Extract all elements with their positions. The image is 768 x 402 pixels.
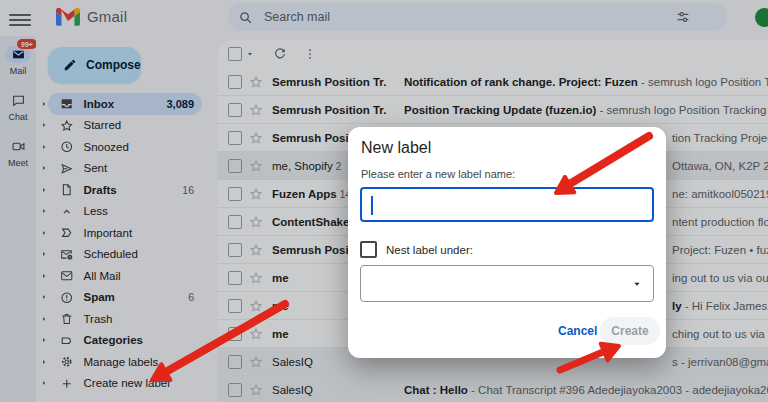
text-cursor [371,196,373,215]
label-name-input[interactable] [360,187,654,222]
nest-label-text: Nest label under: [386,244,473,256]
new-label-dialog: New label Please enter a new label name:… [348,127,666,358]
select-caret-icon [631,278,643,290]
nest-label-row: Nest label under: [360,241,473,258]
dialog-title: New label [361,139,431,157]
create-button[interactable]: Create [600,317,660,345]
label-name-prompt: Please enter a new label name: [361,168,515,180]
cancel-button[interactable]: Cancel [552,323,603,339]
parent-label-select[interactable] [360,265,654,302]
nest-label-checkbox[interactable] [360,241,377,258]
gmail-app: Gmail 99+ Mail Chat Meet [0,0,768,402]
